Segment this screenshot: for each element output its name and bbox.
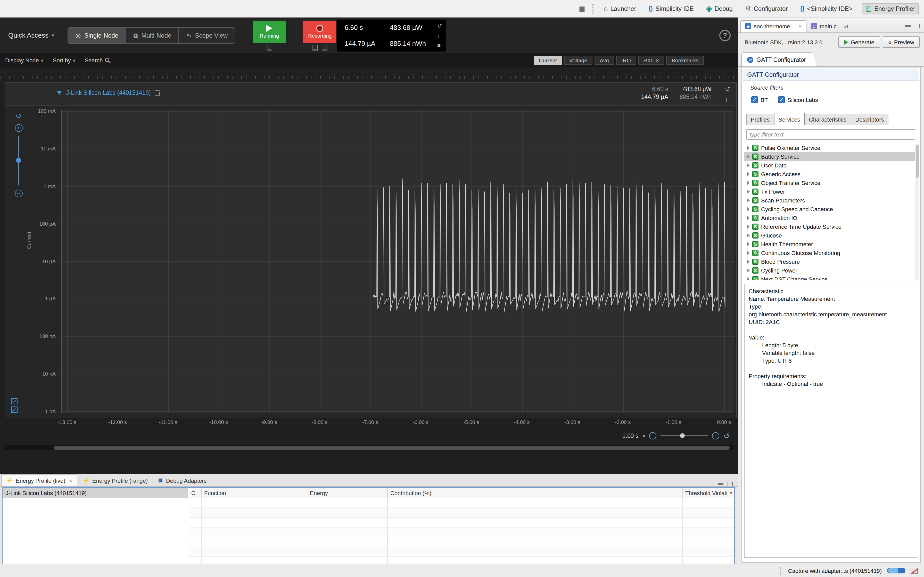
fit-vertical-icon[interactable] xyxy=(11,398,18,405)
service-row[interactable]: SGlucose xyxy=(744,231,917,240)
download-icon[interactable]: ↓ xyxy=(725,96,730,103)
tab-debug-adapters[interactable]: ▣Debug Adapters xyxy=(153,474,212,486)
service-row[interactable]: SHealth Thermometer xyxy=(744,240,917,248)
editor-tab-main-c[interactable]: Cmain.c xyxy=(806,20,841,32)
service-row[interactable]: SScan Parameters xyxy=(744,196,917,205)
maximize-icon[interactable] xyxy=(727,482,733,486)
checkbox-checked-icon[interactable]: ✓ xyxy=(751,96,758,103)
column-header-energy[interactable]: Energy xyxy=(307,488,388,498)
mode-scope-view-button[interactable]: ∿Scope View xyxy=(179,27,234,43)
recording-button[interactable]: Recording xyxy=(304,20,336,43)
search-control[interactable]: Search xyxy=(85,57,111,63)
service-row[interactable]: SReference Time Update Service xyxy=(744,222,917,231)
measurement-tab-avg[interactable]: Avg xyxy=(594,56,614,65)
chart-scrollbar[interactable] xyxy=(4,445,734,450)
mode-multi-node-button[interactable]: ⧉Multi-Node xyxy=(126,27,179,43)
expand-triangle-icon[interactable] xyxy=(747,233,750,237)
perspective-launcher-button[interactable]: ⌂Launcher xyxy=(601,3,640,14)
checkbox-checked-icon[interactable]: ✓ xyxy=(778,96,785,103)
measurement-tab-irq[interactable]: IRQ xyxy=(616,56,636,65)
tab-overflow-indicator[interactable]: »1 xyxy=(843,24,849,32)
service-row[interactable]: STx Power xyxy=(744,187,917,196)
zoom-out-icon[interactable]: − xyxy=(649,432,657,440)
expand-triangle-icon[interactable] xyxy=(747,242,750,246)
column-header-threshold-violati[interactable]: Threshold Violati▾ xyxy=(683,488,734,498)
zoom-out-icon[interactable]: − xyxy=(15,190,23,197)
service-row[interactable]: SBattery Service xyxy=(744,152,917,161)
collapse-triangle-icon[interactable] xyxy=(57,91,62,95)
device-row[interactable]: J-Link Silicon Labs (440151419) xyxy=(3,488,188,498)
minimize-icon[interactable] xyxy=(718,483,724,485)
close-icon[interactable]: × xyxy=(798,23,802,29)
service-row[interactable]: SGeneric Access xyxy=(744,169,917,178)
expand-triangle-icon[interactable] xyxy=(747,259,750,264)
gatt-tab-services[interactable]: Services xyxy=(774,113,804,125)
service-row[interactable]: SAutomation IO xyxy=(744,213,917,222)
column-header-function[interactable]: Function xyxy=(202,488,307,498)
minimize-icon[interactable] xyxy=(905,25,911,27)
gatt-tab-descriptors[interactable]: Descriptors xyxy=(851,114,888,125)
zoom-reset-icon[interactable]: ↺ xyxy=(724,432,730,440)
download-icon[interactable]: ↓ xyxy=(437,32,442,39)
service-row[interactable]: SCycling Speed and Cadence xyxy=(744,205,917,213)
gatt-tab-characteristics[interactable]: Characteristics xyxy=(804,114,851,125)
open-perspective-icon[interactable]: ▦ xyxy=(579,5,585,12)
column-header-contribution[interactable]: Contribution (%) xyxy=(388,488,683,498)
perspective-configurator-button[interactable]: ⚙Configurator xyxy=(742,3,791,14)
service-row[interactable]: SPulse Oximeter Service xyxy=(744,143,917,152)
expand-triangle-icon[interactable] xyxy=(747,163,750,167)
measurement-tab-voltage[interactable]: Voltage xyxy=(564,56,593,65)
expand-triangle-icon[interactable] xyxy=(747,251,750,255)
zoom-in-icon[interactable]: + xyxy=(712,432,720,440)
sort-by-menu[interactable]: Sort by ▾ xyxy=(53,57,76,63)
tab-energy-profile-range[interactable]: ⚡Energy Profile (range) xyxy=(78,474,153,486)
expand-triangle-icon[interactable] xyxy=(747,145,750,150)
scrollbar-thumb[interactable] xyxy=(53,446,730,450)
expand-triangle-icon[interactable] xyxy=(747,207,750,211)
measurement-tab-current[interactable]: Current xyxy=(534,56,562,65)
service-row[interactable]: SContinuous Glucose Monitoring xyxy=(744,248,917,257)
vertical-zoom-slider[interactable] xyxy=(18,136,19,185)
chevron-down-icon[interactable]: ▾ xyxy=(643,433,645,439)
zoom-in-icon[interactable]: + xyxy=(15,124,23,132)
type-filter-input[interactable] xyxy=(746,129,915,140)
slider-knob[interactable] xyxy=(680,433,685,438)
close-icon[interactable]: × xyxy=(69,477,72,484)
perspective-simplicity-ide-button[interactable]: {}Simplicity IDE xyxy=(645,3,696,14)
scrollbar-thumb[interactable] xyxy=(916,145,919,178)
running-button[interactable]: Running xyxy=(253,20,286,43)
current-waveform-chart[interactable] xyxy=(61,110,734,413)
service-row[interactable]: SBlood Pressure xyxy=(744,257,917,266)
expand-triangle-icon[interactable] xyxy=(747,181,750,185)
capture-error-icon[interactable] xyxy=(911,567,918,574)
mode-single-node-button[interactable]: ◎Single-Node xyxy=(68,27,126,43)
gatt-configurator-tab[interactable]: G GATT Configurator xyxy=(741,52,818,66)
recording-option-icon-1[interactable] xyxy=(312,45,318,50)
chevron-down-icon[interactable]: ▾ xyxy=(730,490,732,495)
service-row[interactable]: SCycling Power xyxy=(744,266,917,275)
slider-knob[interactable] xyxy=(16,158,21,163)
gatt-tab-profiles[interactable]: Profiles xyxy=(746,114,774,125)
expand-triangle-icon[interactable] xyxy=(747,216,750,220)
column-header-c[interactable]: C xyxy=(189,488,202,498)
expand-triangle-icon[interactable] xyxy=(747,268,750,272)
filter-checkbox-bt[interactable]: ✓BT xyxy=(751,96,768,103)
services-scrollbar[interactable] xyxy=(915,144,919,280)
generate-button[interactable]: Generate xyxy=(838,36,880,48)
preview-button[interactable]: « Preview xyxy=(883,36,920,48)
expand-triangle-icon[interactable] xyxy=(747,172,750,176)
expand-triangle-icon[interactable] xyxy=(747,189,750,193)
expand-triangle-icon[interactable] xyxy=(747,277,750,280)
expand-triangle-icon[interactable] xyxy=(747,154,750,158)
quick-access-menu[interactable]: Quick Access ▾ xyxy=(8,31,54,39)
service-row[interactable]: SUser Data xyxy=(744,161,917,169)
perspective-energy-profiler-button[interactable]: ▥Energy Profiler xyxy=(862,3,919,14)
recording-option-icon-2[interactable] xyxy=(322,45,328,50)
expand-icon[interactable] xyxy=(155,90,161,95)
tab-energy-profile-live[interactable]: ⚡Energy Profile (live)× xyxy=(1,474,78,486)
perspective-debug-button[interactable]: ◉Debug xyxy=(703,3,736,14)
node-identity[interactable]: J-Link Silicon Labs (440151419) xyxy=(57,90,161,96)
service-row[interactable]: SObject Transfer Service xyxy=(744,178,917,187)
reset-icon[interactable]: ↺ xyxy=(437,23,442,29)
expand-triangle-icon[interactable] xyxy=(747,224,750,229)
